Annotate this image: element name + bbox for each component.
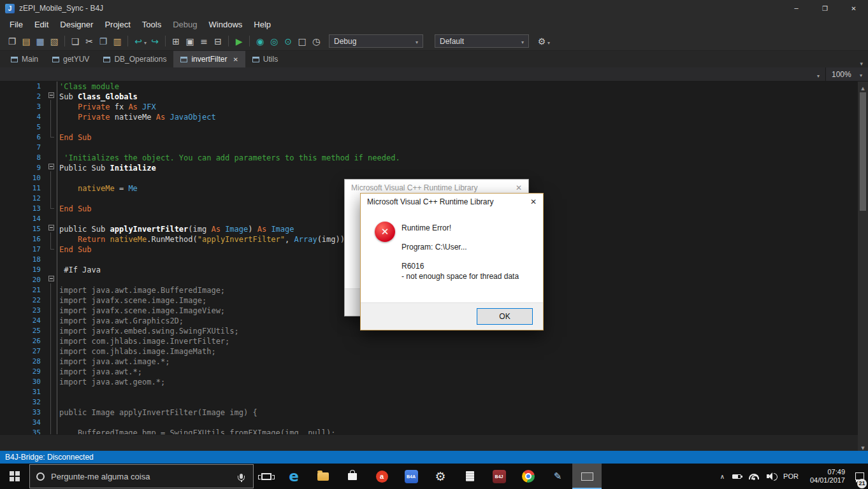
taskbar-edge[interactable]: e — [279, 464, 308, 489]
tab-invertfilter[interactable]: invertFilter — [173, 51, 245, 67]
menu-windows[interactable]: Windows — [203, 20, 249, 29]
chevron-down-icon[interactable] — [547, 36, 550, 47]
taskbar-b4j[interactable]: B4J — [484, 464, 514, 489]
taskbar-file-explorer[interactable] — [308, 464, 338, 489]
fold-marker-icon[interactable] — [48, 164, 54, 169]
clock[interactable]: 07:49 04/01/2017 — [804, 468, 851, 485]
close-button[interactable]: ✕ — [839, 0, 868, 17]
menu-file[interactable]: File — [4, 20, 29, 29]
code-line[interactable]: 33public Image applyInvertFilter(Image i… — [0, 408, 858, 418]
code-line[interactable]: 27import com.jhlabs.image.ImageMath; — [0, 346, 858, 357]
new-project-icon[interactable]: ❐ — [5, 34, 19, 49]
network-button[interactable] — [745, 464, 763, 489]
ok-button[interactable]: OK — [477, 308, 533, 325]
menu-help[interactable]: Help — [248, 20, 277, 29]
taskbar-settings[interactable]: ⚙ — [426, 464, 455, 489]
wireless-icon[interactable]: ⊙ — [281, 34, 295, 49]
profiler-icon[interactable]: ◷ — [309, 34, 323, 49]
taskbar-notes[interactable] — [455, 464, 484, 489]
start-button[interactable] — [0, 464, 29, 489]
menu-tools[interactable]: Tools — [136, 20, 167, 29]
modules-icon[interactable]: ❏ — [68, 34, 82, 49]
fold-marker-icon[interactable] — [48, 276, 54, 281]
menu-debug[interactable]: Debug — [167, 20, 203, 29]
fold-marker-icon[interactable] — [48, 225, 54, 230]
layout-icon[interactable]: ▣ — [183, 34, 197, 49]
code-line[interactable]: 1'Class module — [0, 82, 858, 92]
run-icon[interactable]: ▶ — [232, 34, 246, 49]
navigate-forward-icon[interactable]: ↪ — [148, 34, 162, 49]
code-line[interactable]: 31 — [0, 387, 858, 397]
restore-button[interactable]: ❐ — [811, 0, 839, 17]
logs-icon[interactable]: ≡ — [197, 34, 211, 49]
sub-navigator-select[interactable] — [0, 67, 826, 81]
code-line[interactable]: 7 — [0, 143, 858, 153]
language-indicator[interactable]: POR — [778, 472, 804, 480]
hidden-icons-chevron[interactable] — [716, 464, 728, 489]
taskbar-app-a[interactable]: a — [367, 464, 396, 489]
menu-designer[interactable]: Designer — [54, 20, 99, 29]
taskbar-chrome[interactable] — [514, 464, 543, 489]
taskbar-active-window[interactable] — [572, 464, 602, 489]
code-line[interactable]: 3 Private fx As JFX — [0, 102, 858, 112]
line-number: 14 — [0, 214, 45, 224]
copy-icon[interactable]: ❐ — [96, 34, 110, 49]
navigate-back-icon[interactable]: ↩ — [131, 34, 145, 49]
chevron-down-icon[interactable] — [144, 36, 147, 47]
code-line[interactable]: 2Sub Class_Globals — [0, 92, 858, 102]
task-view-button[interactable] — [254, 464, 279, 489]
taskbar-store[interactable] — [338, 464, 367, 489]
horizontal-scrollbar[interactable] — [0, 434, 868, 451]
code-line[interactable]: 26import com.jhlabs.image.InvertFilter; — [0, 336, 858, 346]
code-line[interactable]: 9Public Sub Initialize — [0, 163, 858, 173]
code-line[interactable]: 35 BufferedImage bmp = SwingFXUtils.from… — [0, 428, 858, 434]
minimize-button[interactable]: ─ — [782, 0, 811, 17]
menu-project[interactable]: Project — [99, 20, 136, 29]
code-segment: (img — [188, 225, 211, 234]
designer-icon[interactable]: ⊞ — [169, 34, 183, 49]
code-line[interactable]: 32 — [0, 397, 858, 408]
scroll-down-icon[interactable] — [858, 441, 868, 451]
save-icon[interactable]: ▦ — [33, 34, 47, 49]
volume-button[interactable] — [763, 464, 778, 489]
code-line[interactable]: 30import java.awt.geom.*; — [0, 377, 858, 387]
tab-getyuv[interactable]: getYUV — [45, 51, 96, 67]
battery-button[interactable] — [728, 464, 745, 489]
vertical-scrollbar[interactable] — [858, 82, 868, 451]
tab-utils[interactable]: Utils — [245, 51, 285, 67]
stop-icon[interactable]: □ — [295, 34, 309, 49]
fold-marker-icon[interactable] — [48, 92, 54, 98]
code-line[interactable]: 8 'Initializes the object. You can add p… — [0, 153, 858, 163]
tab-overflow-caret[interactable] — [860, 57, 863, 68]
zoom-select[interactable]: 100% — [826, 67, 868, 81]
open-project-icon[interactable]: ▤ — [19, 34, 33, 49]
tab-db_operations[interactable]: DB_Operations — [96, 51, 173, 67]
taskbar-pen[interactable]: ✎ — [543, 464, 572, 489]
paste-icon[interactable]: ▥ — [110, 34, 124, 49]
bridge-icon[interactable]: ◉ — [253, 34, 267, 49]
compile-icon[interactable]: ⊟ — [211, 34, 225, 49]
cut-icon[interactable]: ✂ — [82, 34, 96, 49]
debug-mode-select[interactable]: Debug — [329, 34, 423, 48]
code-line[interactable]: 4 Private nativeMe As JavaObject — [0, 112, 858, 122]
code-line[interactable]: 5 — [0, 122, 858, 132]
menu-edit[interactable]: Edit — [29, 20, 54, 29]
code-line[interactable]: 29import java.awt.*; — [0, 367, 858, 377]
code-line[interactable]: 6End Sub — [0, 132, 858, 143]
tab-main[interactable]: Main — [4, 51, 45, 67]
tools-gear-icon[interactable]: ⚙ — [535, 34, 549, 49]
search-placeholder: Pergunte-me alguma coisa — [51, 472, 233, 481]
close-icon[interactable] — [516, 183, 522, 192]
taskbar-b4a[interactable]: B4A — [396, 464, 426, 489]
scrollbar-thumb[interactable] — [860, 92, 866, 211]
export-icon[interactable]: ▧ — [47, 34, 61, 49]
microphone-icon[interactable] — [240, 474, 243, 479]
cortana-search[interactable]: Pergunte-me alguma coisa — [29, 464, 254, 488]
build-config-select[interactable]: Default — [435, 34, 529, 48]
code-line[interactable]: 34 — [0, 418, 858, 428]
connect-icon[interactable]: ◎ — [267, 34, 281, 49]
close-icon[interactable] — [233, 55, 238, 64]
scroll-up-icon[interactable] — [858, 82, 868, 91]
close-icon[interactable] — [530, 197, 537, 206]
code-line[interactable]: 28import java.awt.image.*; — [0, 357, 858, 367]
